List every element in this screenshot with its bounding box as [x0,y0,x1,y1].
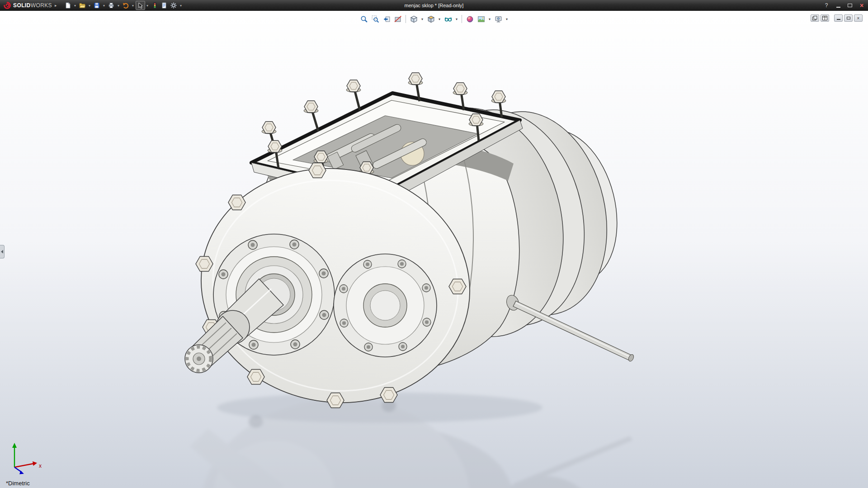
undo-dropdown[interactable]: ▾ [131,1,136,10]
document-close-button[interactable]: × [854,14,863,22]
select-dropdown[interactable]: ▾ [145,1,150,10]
print-button[interactable] [107,1,116,10]
x-axis-arrow [33,461,37,466]
help-button[interactable]: ? [823,2,830,9]
window-controls: ? × [823,0,865,11]
model-canvas[interactable] [0,11,868,488]
hide-show-items-button[interactable] [443,14,453,24]
save-button[interactable] [92,1,102,10]
section-view-button[interactable] [393,14,403,24]
x-axis-label: x [39,463,42,469]
main-toolbar: ▾ ▾ ▾ ▾ [63,1,184,10]
section-view-icon [394,15,402,23]
view-settings-button[interactable] [493,14,503,24]
new-document-icon [65,2,71,9]
options-gear-icon [170,2,177,9]
open-dropdown[interactable]: ▾ [87,1,92,10]
new-dropdown[interactable]: ▾ [73,1,78,10]
view-settings-icon [495,15,502,23]
view-orientation-label: *Dimetric [6,480,30,487]
options-button[interactable] [169,1,179,10]
heads-up-view-toolbar: ▾ ▾ ▾ [357,14,511,24]
document-minimize-button[interactable] [834,14,843,22]
app-name: SOLIDWORKS [13,2,52,9]
open-folder-icon [79,2,85,9]
print-icon [108,2,114,9]
new-button[interactable] [63,1,73,10]
file-properties-icon [161,2,167,9]
cascade-windows-icon [812,16,817,20]
reference-triad: x [5,439,47,476]
previous-view-button[interactable] [382,14,392,24]
options-dropdown[interactable]: ▾ [179,1,184,10]
select-cursor-icon [137,2,143,9]
rebuild-traffic-light-icon [151,2,158,9]
hide-show-items-dropdown[interactable]: ▾ [454,14,459,24]
view-settings-dropdown[interactable]: ▾ [505,14,509,24]
document-window-controls: × [811,14,863,22]
gearbox-model [184,73,635,422]
apply-scene-dropdown[interactable]: ▾ [487,14,492,24]
undo-arrow-icon [123,2,129,9]
save-floppy-icon [94,2,100,9]
bearing-boss-right [334,254,437,357]
undo-button[interactable] [121,1,131,10]
window-close-button[interactable]: × [858,2,865,9]
view-orientation-button[interactable] [409,14,419,24]
toolbar-separator [462,15,462,23]
graphics-viewport[interactable]: ▾ ▾ ▾ [0,11,868,488]
display-style-button[interactable] [426,14,436,24]
display-style-dropdown[interactable]: ▾ [437,14,442,24]
zoom-to-area-icon [372,15,379,23]
hide-show-glasses-icon [444,15,452,23]
task-pane-collapsed-tab[interactable] [0,245,5,258]
edit-appearance-button[interactable] [465,14,475,24]
save-dropdown[interactable]: ▾ [102,1,107,10]
window-minimize-button[interactable] [835,2,842,9]
apply-scene-button[interactable] [476,14,486,24]
print-dropdown[interactable]: ▾ [116,1,121,10]
open-button[interactable] [78,1,87,10]
previous-view-icon [383,15,391,23]
view-orientation-dropdown[interactable]: ▾ [420,14,425,24]
document-restore-button[interactable] [844,14,853,22]
rebuild-button[interactable] [150,1,160,10]
view-orientation-cube-icon [410,15,418,23]
document-title: menjac sklop * [Read-only] [405,3,464,8]
window-maximize-button[interactable] [846,2,854,9]
solidworks-logo-icon [4,2,11,9]
menu-expand-arrow[interactable]: ▸ [55,3,57,8]
zoom-to-area-button[interactable] [370,14,380,24]
window-cascade-button[interactable] [811,14,819,22]
file-properties-button[interactable] [160,1,169,10]
app-logo: SOLIDWORKS [0,2,55,9]
toolbar-separator [406,15,406,23]
select-button[interactable] [136,1,145,10]
zoom-to-fit-icon [360,15,368,23]
window-tile-button[interactable] [821,14,829,22]
chevron-left-icon [1,250,3,253]
display-style-cube-icon [427,15,435,23]
apply-scene-icon [477,15,485,23]
edit-appearance-ball-icon [466,15,474,23]
y-axis-arrow [12,443,17,448]
title-bar: SOLIDWORKS ▸ ▾ ▾ ▾ [0,0,868,11]
zoom-to-fit-button[interactable] [359,14,369,24]
tile-windows-icon [822,16,827,20]
